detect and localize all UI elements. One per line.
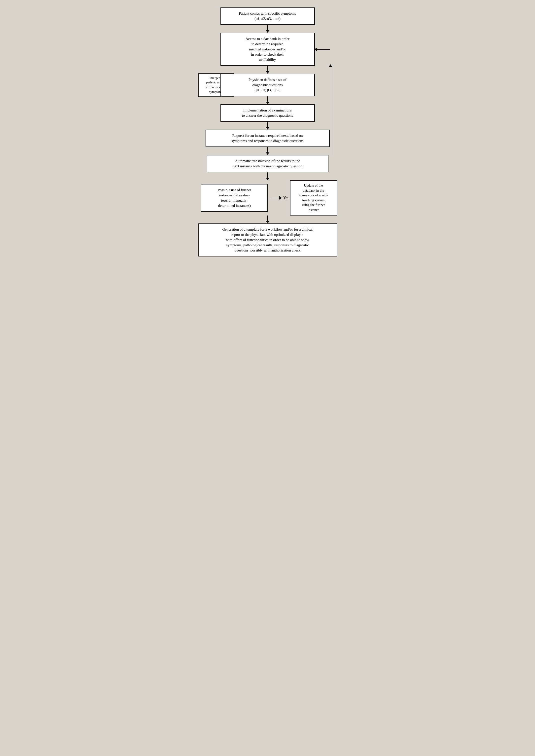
databank-text: Access to a databank in orderto determin…: [245, 37, 290, 62]
box-physician-defines: Physician defines a set ofdiagnostic que…: [220, 74, 315, 96]
possible-use-text: Possible use of furtherinstances (labora…: [218, 188, 251, 208]
arrow-head: [266, 178, 269, 180]
patient-symptoms-line1: Patient comes with specific symptoms: [239, 12, 296, 15]
request-text: Request for an instance required next, b…: [231, 133, 303, 143]
yes-arrowhead: [279, 196, 282, 200]
box-generation: Generation of a template for a workflow …: [198, 223, 337, 257]
yes-arrow-container: Yes Update of thedatabank in theframewor…: [272, 180, 337, 215]
patient-symptoms-line2: (α1, α2, α3, ...αn): [254, 16, 281, 21]
arrow-head: [266, 221, 269, 223]
transmission-text: Automatic transmission of the results to…: [233, 159, 302, 168]
physician-section: Emergencypatient: arriveswith no specifi…: [198, 74, 337, 96]
box-transmission: Automatic transmission of the results to…: [207, 155, 328, 172]
arrow-head: [266, 30, 269, 33]
box-update-databank: Update of thedatabank in theframework of…: [290, 180, 337, 215]
transmission-section: Automatic transmission of the results to…: [198, 155, 337, 172]
arrow-5: [266, 147, 269, 155]
arrow-7: [266, 215, 269, 223]
arrow-line: [268, 25, 268, 30]
arrow-4: [266, 122, 269, 129]
arrow-3: [266, 96, 269, 104]
box-possible-use: Possible use of furtherinstances (labora…: [201, 184, 268, 212]
feedback-arrowhead-left: [314, 48, 317, 51]
feedback-top-arrow: [329, 64, 332, 67]
yes-arrow-line: [272, 198, 279, 198]
arrow-line: [268, 147, 268, 153]
arrow-head: [266, 153, 269, 155]
databank-section: Access to a databank in orderto determin…: [220, 33, 315, 66]
arrow-line: [268, 96, 268, 102]
feedback-arrow-tip: [314, 48, 330, 51]
box-implementation: Implementation of examinationsto answer …: [220, 104, 315, 122]
arrow-head: [266, 127, 269, 129]
feedback-vertical-line: [332, 64, 332, 155]
arrow-head: [266, 102, 269, 104]
arrow-6: [266, 172, 269, 180]
box-request-instance: Request for an instance required next, b…: [206, 129, 330, 147]
arrow-1: [266, 25, 269, 33]
arrow-line: [268, 66, 268, 71]
yes-label: Yes: [283, 196, 288, 200]
arrow-line: [268, 172, 268, 178]
arrow-line: [268, 215, 268, 221]
possible-use-row: Possible use of furtherinstances (labora…: [198, 180, 337, 215]
arrow-line: [268, 122, 268, 127]
box-patient-symptoms: Patient comes with specific symptoms (α1…: [220, 8, 315, 25]
possible-use-col: Possible use of furtherinstances (labora…: [198, 184, 271, 212]
arrow-head: [266, 71, 269, 74]
update-text: Update of thedatabank in theframework of…: [299, 184, 328, 212]
arrow-2: [266, 66, 269, 74]
implementation-text: Implementation of examinationsto answer …: [242, 108, 293, 117]
feedback-line-h: [317, 49, 330, 50]
physician-text: Physician defines a set ofdiagnostic que…: [248, 78, 286, 92]
box-databank-access: Access to a databank in orderto determin…: [220, 33, 315, 66]
generation-text: Generation of a template for a workflow …: [222, 227, 313, 252]
flowchart: Patient comes with specific symptoms (α1…: [191, 8, 345, 257]
